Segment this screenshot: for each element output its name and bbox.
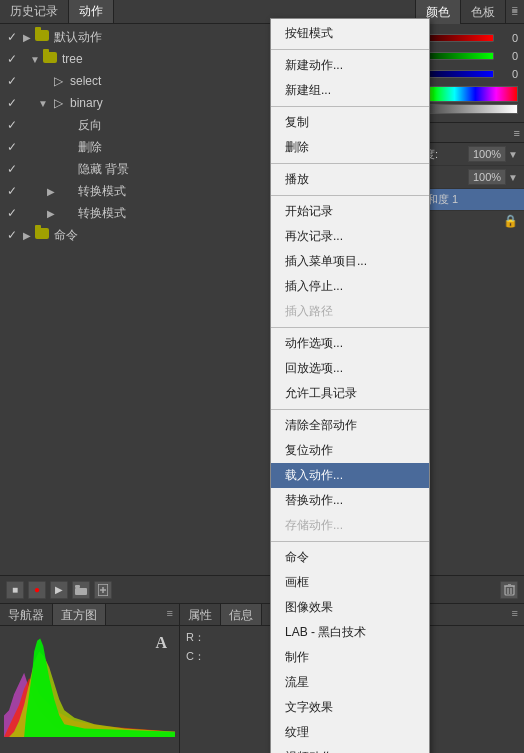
- folder-icon-default: [34, 30, 50, 44]
- play-btn[interactable]: ▶: [50, 581, 68, 599]
- actions-bottom-toolbar: ■ ● ▶: [0, 575, 524, 603]
- check-del: ✓: [4, 140, 20, 154]
- menu-item-allow-tool-record[interactable]: 允许工具记录: [271, 381, 429, 406]
- check-binary: ✓: [4, 96, 20, 110]
- new-action-btn[interactable]: [94, 581, 112, 599]
- folder-icon-tree: [42, 52, 58, 66]
- svg-rect-0: [75, 588, 87, 595]
- menu-item-duplicate[interactable]: 复制: [271, 110, 429, 135]
- menu-separator: [271, 106, 429, 107]
- menu-item-insert-menu[interactable]: 插入菜单项目...: [271, 249, 429, 274]
- menu-item-delete[interactable]: 删除: [271, 135, 429, 160]
- menu-item-reset-actions[interactable]: 复位动作: [271, 438, 429, 463]
- menu-item-new-action[interactable]: 新建动作...: [271, 53, 429, 78]
- check-command: ✓: [4, 228, 20, 242]
- info-menu-icon[interactable]: ≡: [506, 604, 524, 625]
- check-hidebg: ✓: [4, 162, 20, 176]
- menu-item-meteor[interactable]: 流星: [271, 670, 429, 695]
- menu-item-save-actions: 存储动作...: [271, 513, 429, 538]
- check-fanxiang: ✓: [4, 118, 20, 132]
- tab-actions[interactable]: 动作: [69, 0, 114, 23]
- menu-separator: [271, 541, 429, 542]
- menu-item-lab-bw[interactable]: LAB - 黑白技术: [271, 620, 429, 645]
- main-panel: 历史记录 动作 ≡ 颜色 色板 ≡ ✓ ▶ 默认动作: [0, 0, 524, 753]
- menu-item-btn-mode[interactable]: 按钮模式: [271, 21, 429, 46]
- icon-binary: ▷: [50, 96, 66, 110]
- menu-item-production[interactable]: 制作: [271, 645, 429, 670]
- menu-item-clear-all[interactable]: 清除全部动作: [271, 413, 429, 438]
- histogram-chart: [4, 630, 175, 737]
- menu-item-playback-options[interactable]: 回放选项...: [271, 356, 429, 381]
- value-b: 0: [498, 68, 518, 80]
- tool-btn-more[interactable]: ≡: [514, 127, 520, 139]
- menu-item-load-actions[interactable]: 载入动作...: [271, 463, 429, 488]
- delete-btn[interactable]: [500, 581, 518, 599]
- lock-icon: 🔒: [503, 214, 518, 228]
- menu-item-play[interactable]: 播放: [271, 167, 429, 192]
- value-r: 0: [498, 32, 518, 44]
- tab-navigator[interactable]: 导航器: [0, 604, 53, 625]
- menu-item-re-record[interactable]: 再次记录...: [271, 224, 429, 249]
- menu-item-video-actions[interactable]: 视频动作: [271, 745, 429, 753]
- menu-separator: [271, 327, 429, 328]
- menu-item-commands[interactable]: 命令: [271, 545, 429, 570]
- menu-item-insert-stop[interactable]: 插入停止...: [271, 274, 429, 299]
- histogram-letter-a: A: [155, 634, 167, 652]
- expand-default[interactable]: ▶: [20, 32, 34, 43]
- menu-separator: [271, 409, 429, 410]
- menu-item-frames[interactable]: 画框: [271, 570, 429, 595]
- check-tree: ✓: [4, 52, 20, 66]
- tab-histogram[interactable]: 直方图: [53, 604, 106, 625]
- menu-item-insert-path: 插入路径: [271, 299, 429, 324]
- svg-rect-1: [75, 585, 80, 588]
- menu-item-image-effects[interactable]: 图像效果: [271, 595, 429, 620]
- menu-item-start-record[interactable]: 开始记录: [271, 199, 429, 224]
- nav-panel: 导航器 直方图 ≡ A: [0, 604, 180, 753]
- expand-tree[interactable]: ▼: [28, 54, 42, 65]
- menu-item-replace-actions[interactable]: 替换动作...: [271, 488, 429, 513]
- menu-item-text-effects[interactable]: 文字效果: [271, 695, 429, 720]
- stop-btn[interactable]: ■: [6, 581, 24, 599]
- record-btn[interactable]: ●: [28, 581, 46, 599]
- fill-value[interactable]: 100%: [468, 169, 506, 185]
- menu-item-action-options[interactable]: 动作选项...: [271, 331, 429, 356]
- opacity-value[interactable]: 100%: [468, 146, 506, 162]
- value-g: 0: [498, 50, 518, 62]
- menu-separator: [271, 195, 429, 196]
- new-folder-btn[interactable]: [72, 581, 90, 599]
- opacity-arrow[interactable]: ▼: [508, 149, 518, 160]
- nav-menu-icon[interactable]: ≡: [161, 604, 179, 625]
- fill-arrow[interactable]: ▼: [508, 172, 518, 183]
- check-select: ✓: [4, 74, 20, 88]
- check-default: ✓: [4, 30, 20, 44]
- histogram-area: A: [0, 626, 179, 741]
- menu-item-textures[interactable]: 纹理: [271, 720, 429, 745]
- info-r-label: R：: [186, 630, 206, 645]
- info-c-label: C：: [186, 649, 206, 664]
- folder-icon-command: [34, 228, 50, 242]
- expand-binary[interactable]: ▼: [36, 98, 50, 109]
- tab-swatches[interactable]: 色板: [461, 0, 506, 24]
- tab-properties[interactable]: 属性: [180, 604, 221, 625]
- expand-command[interactable]: ▶: [20, 230, 34, 241]
- bottom-panels: 导航器 直方图 ≡ A: [0, 603, 524, 753]
- check-conv2: ✓: [4, 206, 20, 220]
- dropdown-menu: 按钮模式新建动作...新建组...复制删除播放开始记录再次记录...插入菜单项目…: [270, 18, 430, 753]
- top-tabs-bar: 历史记录 动作 ≡ 颜色 色板 ≡: [0, 0, 524, 24]
- nav-tabs: 导航器 直方图 ≡: [0, 604, 179, 626]
- tab-history[interactable]: 历史记录: [0, 0, 69, 23]
- menu-separator: [271, 163, 429, 164]
- expand-conv1[interactable]: ▶: [44, 186, 58, 197]
- menu-separator: [271, 49, 429, 50]
- right-panel-menu-icon[interactable]: ≡: [506, 0, 524, 24]
- expand-conv2[interactable]: ▶: [44, 208, 58, 219]
- tab-info[interactable]: 信息: [221, 604, 262, 625]
- svg-rect-5: [505, 586, 514, 595]
- menu-item-new-group[interactable]: 新建组...: [271, 78, 429, 103]
- check-conv1: ✓: [4, 184, 20, 198]
- icon-select: ▷: [50, 74, 66, 88]
